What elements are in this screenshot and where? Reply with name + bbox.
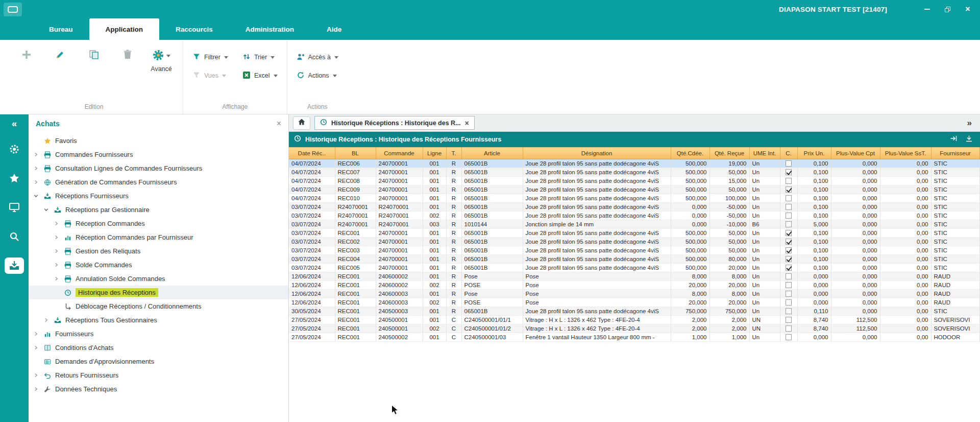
table-row[interactable]: 04/07/2024REC009240700001001R065001BJoue… [289, 185, 979, 194]
table-row[interactable]: 03/07/2024REC005240700001001R065001BJoue… [289, 264, 979, 272]
tab-historique-receptions[interactable]: Historique Réceptions : Historique des R… [314, 116, 475, 130]
table-row[interactable]: 12/06/2024REC001240600003001RPosePose8,0… [289, 290, 979, 298]
table-row[interactable]: 27/05/2024REC001240500001002CC240500001/… [289, 324, 979, 333]
table-row[interactable]: 12/06/2024REC001240600002001RPosePose8,0… [289, 272, 979, 281]
expand-panel-icon[interactable]: » [967, 118, 976, 128]
sidebar-item-donnees-techniques[interactable]: Données Techniques [29, 382, 288, 396]
chevron-right-icon[interactable] [53, 263, 60, 267]
table-row[interactable]: 27/05/2024REC001240500001001CC240500001/… [289, 316, 979, 324]
sidebar-item-deblocage-receptions-conditionnements[interactable]: Déblocage Réceptions / Conditionnements [29, 299, 288, 313]
sidebar-item-favoris[interactable]: Favoris [29, 134, 288, 148]
sort-button[interactable]: Trier [240, 49, 280, 65]
table-row[interactable]: 04/07/2024REC006240700001001R065001BJoue… [289, 159, 979, 168]
row-checkbox[interactable] [786, 282, 792, 288]
table-row[interactable]: 03/07/2024REC001240700001001R065001BJoue… [289, 229, 979, 238]
column-header-ligne[interactable]: Ligne [423, 148, 446, 159]
minimize-button[interactable] [923, 5, 931, 13]
row-checkbox[interactable] [786, 169, 792, 175]
sidebar-item-demandes-d-approvisionnements[interactable]: Demandes d'Approvisionnements [29, 355, 288, 368]
sidebar-item-gestion-des-reliquats[interactable]: Gestion des Reliquats [29, 244, 288, 258]
table-row[interactable]: 03/07/2024REC003240700001001R065001BJoue… [289, 246, 979, 255]
row-checkbox[interactable] [786, 160, 792, 167]
chevron-right-icon[interactable] [33, 345, 39, 350]
menu-tab-administration[interactable]: Administration [229, 18, 310, 40]
chevron-down-icon[interactable] [43, 207, 50, 212]
menu-tab-aide[interactable]: Aide [310, 18, 358, 40]
row-checkbox[interactable] [786, 308, 792, 314]
chevron-right-icon[interactable] [33, 373, 39, 378]
sidebar-item-receptions-tous-gestionnaires[interactable]: Réceptions Tous Gestionnaires [29, 313, 288, 327]
filter-button[interactable]: Filtrer [190, 49, 230, 65]
menu-tab-bureau[interactable]: Bureau [33, 18, 89, 40]
desktop-icon[interactable] [5, 199, 24, 216]
advanced-button[interactable]: Avancé [147, 42, 176, 74]
table-row[interactable]: 12/06/2024REC001240600003002RPOSEPose20,… [289, 298, 979, 307]
copy-button[interactable] [80, 42, 108, 63]
modules-icon[interactable] [5, 141, 24, 157]
receptions-icon[interactable] [5, 257, 24, 274]
column-header-commande[interactable]: Commande [376, 148, 423, 159]
column-header-fournisseur[interactable]: Fournisseur [931, 148, 979, 159]
table-row[interactable]: 30/05/2024REC001240500003001R065001BJoue… [289, 307, 979, 316]
delete-button[interactable] [113, 42, 142, 63]
sidebar-close-icon[interactable]: × [277, 120, 281, 128]
row-checkbox[interactable] [786, 291, 792, 297]
column-header-date-rec[interactable]: Date Réc.. [289, 148, 335, 159]
collapse-sidebar-icon[interactable]: « [12, 119, 17, 128]
table-row[interactable]: 03/07/2024REC004240700001001R065001BJoue… [289, 255, 979, 264]
sidebar-item-receptions-par-gestionnaire[interactable]: Réceptions par Gestionnaire [29, 203, 288, 217]
column-header-article[interactable]: Article [461, 148, 523, 159]
sidebar-item-annulation-solde-commandes[interactable]: Annulation Solde Commandes [29, 272, 288, 286]
row-checkbox[interactable] [786, 256, 792, 262]
table-row[interactable]: 03/07/2024R24070001R24070001001R065001BJ… [289, 203, 979, 212]
row-checkbox[interactable] [786, 213, 792, 219]
column-header-designation[interactable]: Désignation [523, 148, 671, 159]
excel-button[interactable]: Excel [240, 67, 280, 84]
chevron-right-icon[interactable] [53, 221, 60, 226]
edit-button[interactable] [46, 42, 75, 63]
column-header-c[interactable]: C. [780, 148, 797, 159]
add-button[interactable] [12, 42, 41, 63]
column-header-t[interactable]: T. [446, 148, 461, 159]
sidebar-item-conditions-d-achats[interactable]: Conditions d'Achats [29, 341, 288, 355]
table-row[interactable]: 04/07/2024REC007240700001001R065001BJoue… [289, 168, 979, 177]
row-checkbox[interactable] [786, 186, 792, 193]
chevron-right-icon[interactable] [33, 166, 39, 171]
row-checkbox[interactable] [786, 273, 792, 279]
menu-tab-raccourcis[interactable]: Raccourcis [159, 18, 229, 40]
sidebar-item-generation-de-commandes-fournisseurs[interactable]: Génération de Commandes Fournisseurs [29, 175, 288, 189]
column-header-bl[interactable]: BL [335, 148, 376, 159]
tab-close-icon[interactable]: × [465, 120, 469, 127]
sidebar-item-fournisseurs[interactable]: Fournisseurs [29, 327, 288, 341]
chevron-down-icon[interactable] [33, 194, 39, 198]
table-row[interactable]: 04/07/2024REC008240700001001R065001BJoue… [289, 177, 979, 185]
row-checkbox[interactable] [786, 178, 792, 184]
table-row[interactable]: 04/07/2024REC010240700001001R065001BJoue… [289, 194, 979, 203]
sidebar-item-retours-fournisseurs[interactable]: Retours Fournisseurs [29, 368, 288, 382]
menu-tab-application[interactable]: Application [89, 18, 160, 40]
chevron-right-icon[interactable] [33, 180, 39, 184]
chevron-right-icon[interactable] [43, 318, 50, 322]
row-checkbox[interactable] [786, 265, 792, 271]
row-checkbox[interactable] [786, 247, 792, 253]
table-row[interactable]: 03/07/2024R24070001R24070001002R065001BJ… [289, 212, 979, 220]
row-checkbox[interactable] [786, 204, 792, 210]
download-icon[interactable] [965, 135, 973, 144]
row-checkbox[interactable] [786, 221, 792, 227]
actions-button[interactable]: Actions [295, 67, 340, 84]
row-checkbox[interactable] [786, 325, 792, 332]
chevron-right-icon[interactable] [53, 249, 60, 253]
chevron-right-icon[interactable] [33, 332, 39, 336]
column-header-prix-un[interactable]: Prix Un. [797, 148, 831, 159]
sidebar-item-historique-des-receptions[interactable]: Historique des Réceptions [29, 286, 288, 299]
chevron-right-icon[interactable] [33, 152, 39, 157]
column-header-plus-value-sst[interactable]: Plus-Value SsT. [880, 148, 931, 159]
row-checkbox[interactable] [786, 230, 792, 236]
column-header-ume-int[interactable]: UME Int. [749, 148, 780, 159]
sidebar-item-commandes-fournisseurs[interactable]: Commandes Fournisseurs [29, 148, 288, 161]
table-row[interactable]: 27/05/2024REC001240500002001CC240500001/… [289, 333, 979, 342]
chevron-right-icon[interactable] [33, 387, 39, 391]
views-button[interactable]: Vues [190, 67, 230, 84]
open-in-window-icon[interactable] [950, 135, 958, 144]
home-tab-button[interactable] [293, 116, 310, 130]
